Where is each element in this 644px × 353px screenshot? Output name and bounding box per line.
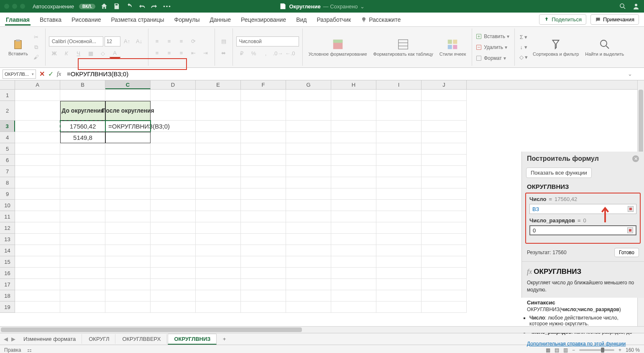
cell-H4[interactable] — [331, 132, 376, 143]
cell-H6[interactable] — [331, 155, 376, 166]
cell-D4[interactable] — [151, 132, 196, 143]
cell-J7[interactable] — [422, 166, 467, 177]
cell-C17[interactable] — [105, 279, 151, 290]
font-color-button[interactable]: A — [110, 49, 120, 58]
cell-H10[interactable] — [331, 200, 376, 211]
cell-A18[interactable] — [15, 290, 60, 301]
cell-H16[interactable] — [331, 268, 376, 279]
done-button[interactable]: Готово — [614, 248, 639, 257]
formula-input[interactable] — [64, 68, 628, 80]
cell-D11[interactable] — [151, 211, 196, 222]
row-header-13[interactable]: 13 — [0, 234, 15, 245]
cell-F3[interactable] — [241, 121, 286, 132]
cell-H18[interactable] — [331, 290, 376, 301]
number-format-select[interactable] — [236, 36, 299, 46]
cell-C19[interactable] — [105, 301, 151, 313]
clear-button[interactable]: ◇ ▾ — [518, 53, 529, 62]
cell-I18[interactable] — [376, 290, 422, 301]
row-header-16[interactable]: 16 — [0, 268, 15, 279]
cell-E14[interactable] — [196, 245, 241, 256]
cell-D12[interactable] — [151, 222, 196, 234]
cell-E13[interactable] — [196, 234, 241, 245]
grow-font-button[interactable]: A↑ — [122, 37, 133, 46]
cell-H14[interactable] — [331, 245, 376, 256]
cell-E12[interactable] — [196, 222, 241, 234]
cell-C2[interactable]: После округления — [105, 101, 151, 121]
name-box[interactable]: ОКРУГЛВ... ▾ — [3, 70, 36, 79]
col-H[interactable]: H — [331, 80, 376, 89]
cell-H11[interactable] — [331, 211, 376, 222]
cell-A13[interactable] — [15, 234, 60, 245]
cell-H7[interactable] — [331, 166, 376, 177]
cell-C10[interactable] — [105, 200, 151, 211]
cell-A14[interactable] — [15, 245, 60, 256]
cell-B16[interactable] — [60, 268, 105, 279]
zoom-in-button[interactable]: + — [618, 347, 621, 353]
align-left-button[interactable]: ≡ — [152, 49, 163, 58]
save-icon[interactable] — [113, 3, 120, 10]
cell-H3[interactable] — [331, 121, 376, 132]
row-header-17[interactable]: 17 — [0, 279, 15, 290]
row-header-3[interactable]: 3 — [0, 121, 15, 132]
cell-B1[interactable] — [60, 90, 105, 101]
cell-I4[interactable] — [376, 132, 422, 143]
cell-D10[interactable] — [151, 200, 196, 211]
cell-A19[interactable] — [15, 301, 60, 313]
align-mid-button[interactable]: ≡ — [164, 37, 175, 46]
cell-B14[interactable] — [60, 245, 105, 256]
cell-G13[interactable] — [286, 234, 331, 245]
cell-F18[interactable] — [241, 290, 286, 301]
zoom-slider[interactable] — [579, 349, 614, 351]
range-picker-icon[interactable] — [627, 227, 633, 233]
cell-B8[interactable] — [60, 177, 105, 188]
cell-E16[interactable] — [196, 268, 241, 279]
tab-developer[interactable]: Разработчик — [316, 14, 352, 26]
row-header-2[interactable]: 2 — [0, 101, 15, 121]
cell-A10[interactable] — [15, 200, 60, 211]
cancel-formula-button[interactable]: ✕ — [39, 70, 45, 78]
cell-B2[interactable]: До округления — [60, 101, 105, 121]
tab-home[interactable]: Главная — [5, 14, 31, 26]
cell-D15[interactable] — [151, 256, 196, 268]
cell-C18[interactable] — [105, 290, 151, 301]
cell-I3[interactable] — [376, 121, 422, 132]
col-G[interactable]: G — [286, 80, 331, 89]
col-J[interactable]: J — [422, 80, 467, 89]
cell-G11[interactable] — [286, 211, 331, 222]
cell-A2[interactable] — [15, 101, 60, 121]
select-all-corner[interactable] — [0, 80, 15, 89]
cell-C15[interactable] — [105, 256, 151, 268]
cell-F9[interactable] — [241, 188, 286, 200]
cell-styles-button[interactable]: Стили ячеек — [437, 36, 468, 58]
row-header-1[interactable]: 1 — [0, 90, 15, 101]
cell-G18[interactable] — [286, 290, 331, 301]
format-painter-button[interactable]: 🖌 — [31, 53, 42, 62]
cell-J5[interactable] — [422, 143, 467, 155]
row-header-18[interactable]: 18 — [0, 290, 15, 301]
col-F[interactable]: F — [241, 80, 286, 89]
cell-A4[interactable] — [15, 132, 60, 143]
indent-dec-button[interactable]: ⇤ — [188, 49, 199, 58]
cell-J19[interactable] — [422, 301, 467, 313]
tab-layout[interactable]: Разметка страницы — [110, 14, 165, 26]
cell-C6[interactable] — [105, 155, 151, 166]
cell-G10[interactable] — [286, 200, 331, 211]
cell-G2[interactable] — [286, 101, 331, 121]
cell-F10[interactable] — [241, 200, 286, 211]
cell-A11[interactable] — [15, 211, 60, 222]
cell-J11[interactable] — [422, 211, 467, 222]
cell-I2[interactable] — [376, 101, 422, 121]
expand-formula-bar-button[interactable]: ⌄ — [628, 71, 632, 77]
cell-E2[interactable] — [196, 101, 241, 121]
cell-B12[interactable] — [60, 222, 105, 234]
cell-A17[interactable] — [15, 279, 60, 290]
tab-insert[interactable]: Вставка — [39, 14, 62, 26]
cell-E11[interactable] — [196, 211, 241, 222]
row-header-6[interactable]: 6 — [0, 155, 15, 166]
range-picker-icon[interactable] — [628, 206, 634, 212]
align-right-button[interactable]: ≡ — [176, 49, 187, 58]
cell-D7[interactable] — [151, 166, 196, 177]
cell-J10[interactable] — [422, 200, 467, 211]
horizontal-scrollbar[interactable] — [0, 326, 644, 333]
close-dot[interactable] — [4, 4, 9, 9]
